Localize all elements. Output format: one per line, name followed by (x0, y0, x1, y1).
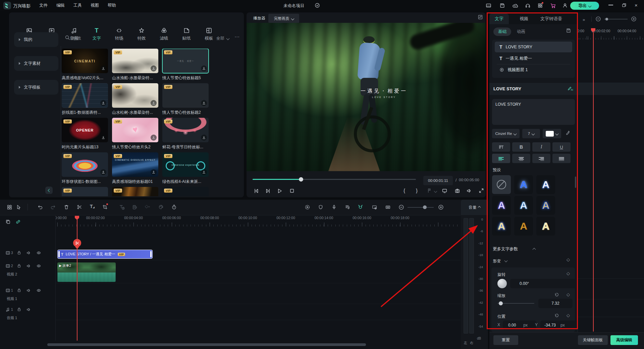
align-center-button[interactable] (512, 154, 530, 163)
presets-scrollbar[interactable] (575, 177, 576, 188)
timeline-playhead-line[interactable] (77, 219, 77, 341)
preset-style-pale-blue-glow[interactable]: A (492, 217, 511, 236)
position-x-value[interactable]: 0.00px (503, 320, 536, 330)
effect-thumbnail[interactable]: VIP (62, 152, 108, 177)
delete-icon[interactable] (64, 204, 69, 210)
track1-lock-icon[interactable] (17, 288, 21, 293)
play-icon[interactable] (277, 188, 283, 194)
marker-chevron-icon[interactable] (434, 190, 437, 193)
tab-video[interactable]: 视频 (514, 13, 534, 24)
download-icon[interactable] (201, 169, 207, 175)
effect-card[interactable]: VIP山水松树-水墨晕染特... (112, 83, 158, 115)
effect-card[interactable]: CINEMATIC DISSOLVE EFFECTVIP高质感渐隐特效标题01 (112, 152, 158, 185)
tab-text[interactable]: 文字 (489, 13, 509, 24)
snapshot-camera-icon[interactable] (454, 188, 460, 194)
preset-style-amber[interactable]: A (514, 217, 533, 236)
italic-button[interactable]: I (532, 142, 550, 152)
rotate-knob[interactable] (497, 279, 507, 288)
fullscreen-icon[interactable] (479, 188, 484, 193)
media-tab-filters[interactable]: 滤镜 (153, 27, 175, 41)
timeline-zoom-slider[interactable] (408, 207, 434, 208)
select-cursor-icon[interactable] (16, 204, 21, 210)
layer-item-2[interactable]: 视频图层 1 (495, 64, 572, 75)
mark-flag-icon[interactable] (318, 204, 323, 210)
redo-icon[interactable] (50, 204, 56, 210)
save-icon[interactable] (499, 3, 505, 8)
scale-keyframe-icon[interactable]: ◇ (567, 292, 570, 297)
stop-icon[interactable] (289, 188, 295, 194)
menu-1[interactable]: 编辑 (52, 0, 69, 11)
track2-lock-icon[interactable] (17, 263, 21, 268)
sidebar-item-1[interactable]: 文字素材 (14, 56, 58, 71)
track2-mute-icon[interactable] (26, 263, 31, 268)
search-icon[interactable] (65, 35, 70, 40)
workspace-layout-icon[interactable] (486, 3, 491, 8)
vertical-text-button[interactable] (492, 142, 510, 152)
split-scissors-icon[interactable] (77, 204, 82, 210)
scale-slider[interactable] (497, 303, 534, 304)
apps-grid-icon[interactable] (537, 3, 543, 8)
effect-card-partial[interactable]: VIP (62, 187, 108, 196)
quality-dropdown[interactable]: 完整画质 (268, 14, 299, 23)
layer-item-0[interactable]: TLOVE STORY (495, 42, 572, 52)
effect-card[interactable]: 一遇见 · 相爱一VIP情人节爱心特效标题5 (162, 49, 209, 81)
preset-style-purple-outline[interactable]: A (492, 196, 511, 215)
more-options-button[interactable]: ⋯ (234, 34, 240, 40)
effect-card-partial[interactable]: VIP (112, 187, 158, 196)
text-clip[interactable]: T LOVE STORY / 一遇见 相爱一 VIP (57, 250, 153, 259)
preset-style-blue-outline[interactable]: A (514, 196, 533, 215)
restore-button[interactable] (622, 3, 627, 8)
menu-2[interactable]: 工具 (69, 0, 86, 11)
seek-bar[interactable] (253, 179, 416, 180)
subtab-basic[interactable]: 基础 (493, 28, 511, 36)
effect-thumbnail[interactable]: immersive experienceVIP (162, 152, 209, 177)
next-frame-icon[interactable] (265, 188, 271, 194)
effect-card[interactable]: OPENERVIP时尚元素片头标题13 (62, 118, 108, 150)
kf-zoom-slider[interactable] (604, 19, 628, 19)
mark-out-icon[interactable]: } (416, 188, 418, 193)
effect-thumbnail[interactable]: CINEMATIC DISSOLVE EFFECTVIP (112, 152, 158, 177)
effect-card[interactable]: VIP山水渔船-水墨晕染特... (112, 49, 158, 81)
scale-slider-thumb[interactable] (499, 301, 503, 305)
preset-style-none[interactable] (492, 175, 511, 194)
search-input[interactable]: 特效 (73, 36, 81, 41)
sidebar-item-2[interactable]: 文字模板 (14, 80, 58, 95)
crop-icon[interactable] (102, 204, 108, 210)
rotate-keyframe-icon[interactable]: ◇ (567, 271, 570, 276)
layer-item-1[interactable]: T一遇见 相爱一 (495, 53, 572, 64)
scale-reset-icon[interactable] (554, 292, 559, 297)
link-icon[interactable] (15, 219, 21, 225)
save-preset-icon[interactable] (566, 28, 571, 33)
effect-thumbnail[interactable]: VIP (162, 118, 209, 142)
auto-fit-icon[interactable] (385, 204, 391, 210)
media-tab-stickers[interactable]: 贴纸 (176, 27, 197, 41)
download-icon[interactable] (151, 65, 157, 71)
snap-magnet-icon[interactable] (358, 204, 363, 210)
effect-card[interactable]: VIP情人节爱心特效标题2 (162, 83, 209, 115)
kf-playhead-line[interactable] (593, 32, 594, 332)
zoom-in-icon[interactable] (438, 204, 444, 210)
more-text-params[interactable]: 更多文字参数 (493, 246, 518, 252)
account-user-icon[interactable] (562, 3, 568, 8)
preset-style-white-blue-shade[interactable]: A (536, 175, 555, 194)
minimize-button[interactable] (608, 5, 613, 5)
effect-card[interactable]: VIP鲜花-母亲节日特效标... (162, 118, 209, 150)
kf-zoom-out-icon[interactable] (595, 16, 601, 22)
effect-card[interactable]: VIP折线图1-数据图表特... (62, 83, 108, 115)
subtab-animation[interactable]: 动画 (517, 29, 525, 35)
audio1-mute-icon[interactable] (26, 307, 31, 312)
copy-icon[interactable] (5, 219, 11, 225)
ai-edit-pencil-icon[interactable]: AI (567, 86, 572, 91)
effect-card[interactable]: VIP情人节爱心特效片头2 (112, 118, 158, 150)
sidebar-item-0[interactable]: 我的 (14, 32, 58, 47)
reset-button[interactable]: 重置 (493, 335, 518, 345)
display-device-icon[interactable] (442, 188, 447, 194)
media-tab-transition[interactable]: 转场 (108, 27, 130, 41)
effect-thumbnail[interactable]: VIP (62, 83, 108, 108)
speech-to-text-icon[interactable] (132, 204, 138, 210)
mark-in-icon[interactable]: { (404, 188, 405, 193)
text-to-speech-icon[interactable] (119, 204, 125, 210)
align-right-button[interactable] (532, 154, 550, 163)
previous-frame-icon[interactable] (253, 188, 259, 194)
track2-eye-icon[interactable] (36, 263, 41, 268)
